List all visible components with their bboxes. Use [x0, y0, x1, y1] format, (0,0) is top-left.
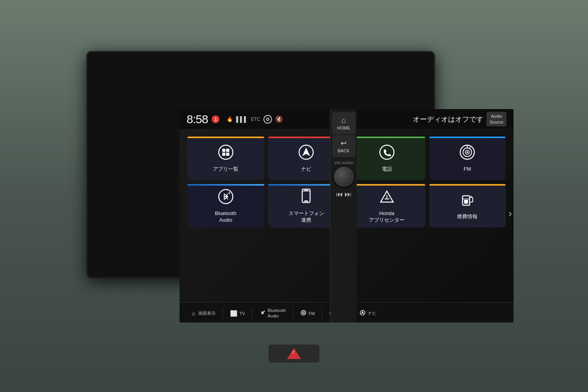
svg-point-7	[380, 145, 394, 159]
clock: 8:58	[187, 113, 208, 126]
divider-3	[293, 308, 293, 319]
skip-buttons: ⏮ ⏭	[336, 190, 352, 199]
hazard-triangle-icon: !	[287, 348, 301, 359]
quick-tv[interactable]: ⬜ TV	[225, 308, 250, 319]
svg-marker-6	[302, 148, 310, 156]
brightness-icon: ☼	[191, 310, 196, 317]
back-icon: ↩	[341, 139, 347, 148]
navi-label: ナビ	[301, 166, 311, 173]
audio-status: オーディオはオフです AudioSource	[413, 112, 506, 126]
volume-area: VOL AUDIO	[334, 161, 354, 186]
vol-label: VOL AUDIO	[334, 161, 353, 165]
grid-icon	[217, 144, 234, 164]
tv-icon: ⬜	[230, 310, 238, 317]
quick-bluetooth-audio[interactable]: BluetoothAudio	[255, 306, 290, 320]
phone-icon	[378, 144, 396, 164]
status-icons: 🔥 ▌▌▌ ETC 🔇	[227, 115, 283, 124]
fm-status-icon	[263, 115, 272, 124]
svg-rect-2	[226, 149, 229, 152]
tv-label: TV	[240, 311, 245, 316]
skip-prev-button[interactable]: ⏮	[336, 190, 343, 199]
svg-rect-27	[464, 200, 468, 204]
next-arrow[interactable]: ›	[508, 207, 512, 220]
speaker-icon: 🔇	[275, 115, 283, 123]
quick-brightness[interactable]: ☼ 画面表示	[186, 308, 220, 319]
app-tile-fuel[interactable]: 燃費情報	[429, 184, 506, 228]
divider-1	[223, 308, 223, 319]
svg-point-11	[466, 151, 468, 153]
quick-bt-icon	[260, 310, 266, 317]
home-label: HOME	[337, 126, 350, 130]
svg-point-15	[229, 192, 230, 194]
app-tile-fm[interactable]: FM	[429, 137, 506, 180]
skip-next-button[interactable]: ⏭	[345, 190, 352, 199]
etc-label: ETC	[251, 117, 260, 122]
navi-icon	[298, 144, 315, 164]
fuel-icon	[459, 191, 476, 211]
side-panel: ⌂ HOME ↩ BACK VOL AUDIO ⏮ ⏭	[330, 109, 357, 323]
fuel-label: 燃費情報	[457, 213, 477, 220]
app-tile-bluetooth[interactable]: BluetoothAudio	[187, 184, 264, 228]
svg-point-31	[303, 312, 304, 313]
bluetooth-icon	[217, 188, 234, 208]
honda-icon	[378, 188, 396, 208]
svg-marker-33	[361, 311, 364, 314]
svg-point-0	[219, 145, 233, 159]
quick-navi-icon	[359, 310, 366, 317]
warning-icon: 🔥	[227, 116, 233, 122]
hazard-exclamation: !	[292, 350, 294, 355]
divider-4	[322, 308, 322, 319]
quick-navi-label: ナビ	[368, 310, 376, 316]
app-tile-phone[interactable]: 電話	[348, 137, 425, 180]
audio-off-text: オーディオはオフです	[413, 115, 483, 124]
quick-navi[interactable]: ナビ	[355, 308, 381, 319]
app-tile-app-list[interactable]: アプリ一覧	[187, 137, 264, 180]
svg-rect-17	[304, 201, 308, 202]
quick-bt-label: BluetoothAudio	[268, 308, 286, 318]
hazard-button-area[interactable]: !	[269, 345, 319, 363]
quick-fm-label: FM	[309, 311, 315, 316]
brightness-label: 画面表示	[198, 310, 216, 316]
back-label: BACK	[338, 148, 350, 153]
smartphone-label: スマートフォン連携	[289, 210, 324, 224]
svg-point-28	[263, 310, 265, 312]
screen-bezel: 8:58 1 🔥 ▌▌▌ ETC 🔇 オーディオはオフです	[86, 51, 435, 279]
vol-knob[interactable]	[334, 167, 354, 186]
svg-rect-3	[222, 153, 225, 156]
fm-label: FM	[464, 166, 471, 173]
scene: 8:58 1 🔥 ▌▌▌ ETC 🔇 オーディオはオフです	[0, 0, 588, 392]
divider-2	[252, 308, 252, 319]
fm-icon	[459, 144, 476, 164]
home-icon: ⌂	[341, 117, 346, 125]
honda-label: Hondaアプリセンター	[369, 210, 405, 224]
app-list-label: アプリ一覧	[213, 166, 238, 173]
quick-fm-icon	[300, 310, 307, 317]
phone-label: 電話	[382, 166, 392, 173]
svg-rect-4	[226, 153, 229, 156]
notification-badge: 1	[212, 115, 220, 123]
back-button[interactable]: ↩ BACK	[332, 135, 356, 157]
home-button[interactable]: ⌂ HOME	[332, 112, 356, 134]
quick-fm[interactable]: FM	[296, 308, 319, 319]
bluetooth-audio-label: BluetoothAudio	[215, 210, 236, 224]
signal-icon: ▌▌▌	[236, 116, 248, 122]
smartphone-icon	[299, 188, 314, 208]
svg-rect-1	[222, 149, 225, 152]
audio-source-button[interactable]: AudioSource	[486, 112, 506, 126]
app-tile-honda[interactable]: Hondaアプリセンター	[348, 184, 425, 228]
